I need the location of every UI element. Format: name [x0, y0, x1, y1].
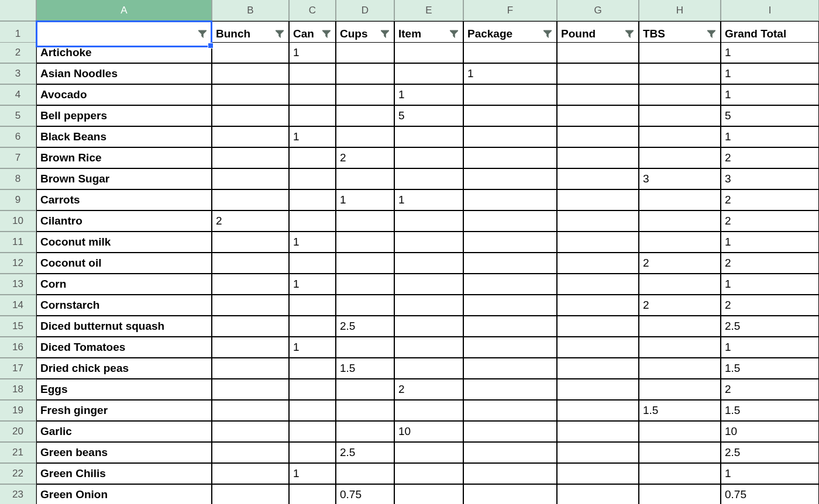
- cell-F3[interactable]: 1: [463, 63, 557, 84]
- cell-H6[interactable]: [639, 126, 721, 147]
- row-header-13[interactable]: 13: [0, 274, 36, 295]
- cell-E14[interactable]: [394, 295, 463, 316]
- cell-D13[interactable]: [336, 274, 394, 295]
- cell-I18[interactable]: 2: [721, 379, 819, 400]
- row-header-18[interactable]: 18: [0, 379, 36, 400]
- cell-E17[interactable]: [394, 358, 463, 379]
- cell-H8[interactable]: 3: [639, 168, 721, 189]
- row-header-5[interactable]: 5: [0, 105, 36, 126]
- row-header-23[interactable]: 23: [0, 484, 36, 504]
- cell-H5[interactable]: [639, 105, 721, 126]
- cell-D6[interactable]: [336, 126, 394, 147]
- cell-B11[interactable]: [212, 232, 289, 253]
- cell-A10[interactable]: Cilantro: [36, 210, 212, 232]
- cell-B15[interactable]: [212, 316, 289, 337]
- cell-D22[interactable]: [336, 463, 394, 484]
- cell-I11[interactable]: 1: [721, 232, 819, 253]
- cell-G2[interactable]: [557, 42, 639, 63]
- cell-G8[interactable]: [557, 168, 639, 189]
- cell-F15[interactable]: [463, 316, 557, 337]
- column-header-G[interactable]: G: [557, 0, 639, 21]
- cell-F20[interactable]: [463, 421, 557, 442]
- filter-icon[interactable]: [449, 29, 459, 39]
- row-header-19[interactable]: 19: [0, 400, 36, 421]
- cell-D3[interactable]: [336, 63, 394, 84]
- column-header-C[interactable]: C: [289, 0, 336, 21]
- cell-F23[interactable]: [463, 484, 557, 504]
- cell-G17[interactable]: [557, 358, 639, 379]
- row-header-17[interactable]: 17: [0, 358, 36, 379]
- cell-E21[interactable]: [394, 442, 463, 463]
- cell-B13[interactable]: [212, 274, 289, 295]
- cell-E7[interactable]: [394, 147, 463, 168]
- cell-F22[interactable]: [463, 463, 557, 484]
- cell-D15[interactable]: 2.5: [336, 316, 394, 337]
- cell-H9[interactable]: [639, 189, 721, 210]
- column-header-D[interactable]: D: [336, 0, 394, 21]
- filter-icon[interactable]: [197, 29, 208, 39]
- cell-D17[interactable]: 1.5: [336, 358, 394, 379]
- cell-C23[interactable]: [289, 484, 336, 504]
- cell-E20[interactable]: 10: [394, 421, 463, 442]
- cell-H23[interactable]: [639, 484, 721, 504]
- cell-E8[interactable]: [394, 168, 463, 189]
- cell-B14[interactable]: [212, 295, 289, 316]
- cell-B8[interactable]: [212, 168, 289, 189]
- cell-G20[interactable]: [557, 421, 639, 442]
- filter-icon[interactable]: [380, 29, 390, 39]
- spreadsheet-grid[interactable]: ABCDEFGHI1BunchCanCupsItemPackagePoundTB…: [0, 0, 819, 504]
- cell-H22[interactable]: [639, 463, 721, 484]
- cell-F2[interactable]: [463, 42, 557, 63]
- cell-D18[interactable]: [336, 379, 394, 400]
- cell-G14[interactable]: [557, 295, 639, 316]
- cell-F12[interactable]: [463, 253, 557, 274]
- cell-I6[interactable]: 1: [721, 126, 819, 147]
- cell-D7[interactable]: 2: [336, 147, 394, 168]
- cell-B6[interactable]: [212, 126, 289, 147]
- select-all-corner[interactable]: [0, 0, 36, 21]
- cell-F11[interactable]: [463, 232, 557, 253]
- cell-I7[interactable]: 2: [721, 147, 819, 168]
- column-header-B[interactable]: B: [212, 0, 289, 21]
- cell-H19[interactable]: 1.5: [639, 400, 721, 421]
- cell-I21[interactable]: 2.5: [721, 442, 819, 463]
- cell-H11[interactable]: [639, 232, 721, 253]
- cell-H20[interactable]: [639, 421, 721, 442]
- cell-E5[interactable]: 5: [394, 105, 463, 126]
- cell-B12[interactable]: [212, 253, 289, 274]
- cell-I10[interactable]: 2: [721, 210, 819, 232]
- cell-I3[interactable]: 1: [721, 63, 819, 84]
- cell-D11[interactable]: [336, 232, 394, 253]
- cell-I22[interactable]: 1: [721, 463, 819, 484]
- row-header-21[interactable]: 21: [0, 442, 36, 463]
- cell-A11[interactable]: Coconut milk: [36, 232, 212, 253]
- cell-E4[interactable]: 1: [394, 84, 463, 105]
- cell-D4[interactable]: [336, 84, 394, 105]
- filter-icon[interactable]: [624, 29, 635, 39]
- cell-D16[interactable]: [336, 337, 394, 358]
- cell-E9[interactable]: 1: [394, 189, 463, 210]
- cell-E2[interactable]: [394, 42, 463, 63]
- cell-G9[interactable]: [557, 189, 639, 210]
- row-header-22[interactable]: 22: [0, 463, 36, 484]
- cell-C6[interactable]: 1: [289, 126, 336, 147]
- cell-B3[interactable]: [212, 63, 289, 84]
- cell-I8[interactable]: 3: [721, 168, 819, 189]
- cell-H3[interactable]: [639, 63, 721, 84]
- cell-H14[interactable]: 2: [639, 295, 721, 316]
- cell-G11[interactable]: [557, 232, 639, 253]
- cell-B9[interactable]: [212, 189, 289, 210]
- cell-C22[interactable]: 1: [289, 463, 336, 484]
- cell-F21[interactable]: [463, 442, 557, 463]
- cell-F6[interactable]: [463, 126, 557, 147]
- cell-I9[interactable]: 2: [721, 189, 819, 210]
- cell-B18[interactable]: [212, 379, 289, 400]
- cell-E19[interactable]: [394, 400, 463, 421]
- cell-F5[interactable]: [463, 105, 557, 126]
- cell-C18[interactable]: [289, 379, 336, 400]
- cell-I17[interactable]: 1.5: [721, 358, 819, 379]
- cell-I4[interactable]: 1: [721, 84, 819, 105]
- cell-E15[interactable]: [394, 316, 463, 337]
- cell-D12[interactable]: [336, 253, 394, 274]
- cell-E6[interactable]: [394, 126, 463, 147]
